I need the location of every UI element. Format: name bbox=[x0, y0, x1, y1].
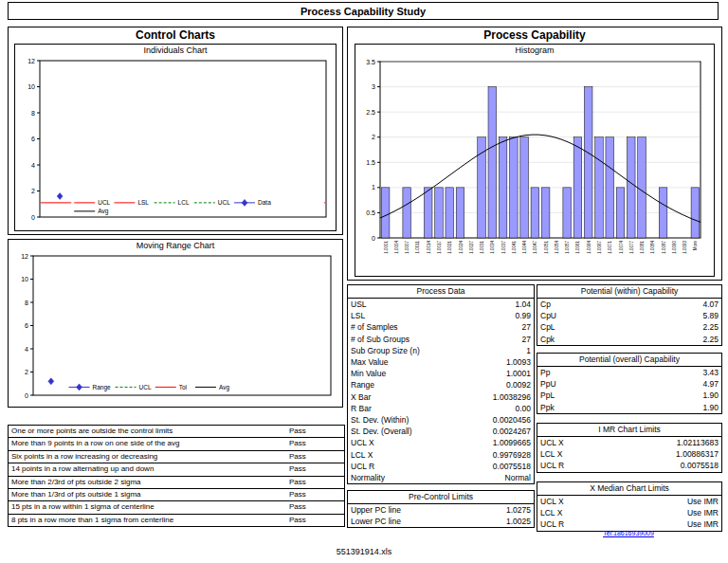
svg-text:0: 0 bbox=[372, 235, 375, 242]
cap-within-value: 2.25 bbox=[702, 321, 719, 333]
process-data-row: UCL X1.0099665 bbox=[348, 437, 534, 448]
svg-text:0.5: 0.5 bbox=[366, 209, 375, 216]
x-median-limits-label: LCL X bbox=[540, 507, 562, 518]
rule-row: Six points in a row increasing or decrea… bbox=[9, 451, 344, 463]
svg-text:UCL: UCL bbox=[139, 384, 152, 390]
cap-overall-row: PpU4.97 bbox=[537, 378, 721, 390]
cap-overall-value: 1.90 bbox=[702, 402, 719, 413]
rule-row: One or more points are outside the contr… bbox=[9, 426, 344, 438]
process-data-label: St. Dev. (Overall) bbox=[351, 426, 412, 437]
process-data-row: Max Value1.0093 bbox=[348, 356, 534, 368]
svg-text:1.0090: 1.0090 bbox=[672, 241, 677, 254]
process-data-label: UCL X bbox=[351, 437, 374, 448]
cap-overall-header: Potential (overall) Capability bbox=[537, 354, 721, 367]
svg-text:1.0037: 1.0037 bbox=[501, 241, 506, 254]
cap-overall-label: Pp bbox=[540, 367, 550, 378]
rule-text: More than 9 points in a row on one side … bbox=[9, 438, 285, 449]
process-data-row: NormalityNormal bbox=[348, 472, 534, 483]
cap-within-value: 5.89 bbox=[702, 310, 719, 321]
svg-text:LSL: LSL bbox=[137, 199, 149, 206]
individuals-chart: 024681012UCLLSLLCLUCLDataAvg bbox=[15, 56, 334, 223]
imr-limits-row: UCL R0.0075518 bbox=[537, 460, 721, 471]
cap-within-label: CpU bbox=[540, 310, 556, 321]
svg-text:8: 8 bbox=[25, 300, 28, 306]
svg-text:2: 2 bbox=[31, 188, 35, 194]
process-data-value: Normal bbox=[505, 472, 531, 483]
rule-row: 15 pts in a row within 1 sigma of center… bbox=[9, 501, 344, 514]
svg-text:Tol: Tol bbox=[179, 384, 188, 390]
rule-row: 8 pts in a row more than 1 sigma from ce… bbox=[9, 515, 344, 526]
process-data-value: 0.00 bbox=[515, 403, 531, 414]
svg-text:More: More bbox=[693, 241, 698, 251]
svg-text:1.0027: 1.0027 bbox=[469, 241, 474, 254]
rule-row: 14 points in a row alternating up and do… bbox=[9, 463, 344, 476]
process-data-label: St. Dev. (Within) bbox=[351, 414, 409, 426]
x-median-limits-label: UCL R bbox=[540, 518, 564, 530]
process-capability-header: Process Capability bbox=[348, 27, 721, 43]
imr-limits-value: 1.00886317 bbox=[676, 448, 719, 460]
control-charts-header: Control Charts bbox=[9, 27, 342, 43]
rule-text: More than 2/3rd of pts outside 2 sigma bbox=[9, 477, 285, 488]
svg-text:6: 6 bbox=[31, 136, 35, 142]
process-data-label: UCL R bbox=[351, 461, 374, 472]
svg-text:4: 4 bbox=[31, 162, 35, 169]
process-data-value: 1 bbox=[526, 345, 531, 356]
svg-text:Avg: Avg bbox=[98, 208, 108, 215]
svg-text:0: 0 bbox=[31, 214, 35, 221]
process-data-value: 0.0024267 bbox=[493, 426, 531, 437]
svg-text:1.0087: 1.0087 bbox=[662, 241, 666, 254]
process-data-row: Min Value1.0001 bbox=[348, 368, 534, 379]
svg-text:1.0093: 1.0093 bbox=[682, 241, 687, 254]
x-median-limits-row: UCL XUse IMR bbox=[537, 496, 721, 507]
rule-result: Pass bbox=[285, 477, 344, 488]
process-data-row: UCL R0.0075518 bbox=[348, 461, 534, 472]
imr-limits-row: LCL X1.00886317 bbox=[537, 448, 721, 460]
svg-text:1.0071: 1.0071 bbox=[608, 241, 612, 254]
x-median-limits-row: LCL XUse IMR bbox=[537, 507, 721, 518]
tel-link-container: Tel:18616939009 bbox=[537, 530, 720, 536]
svg-text:1.0047: 1.0047 bbox=[533, 241, 537, 254]
process-data-label: Sub Group Size (n) bbox=[351, 345, 420, 356]
cap-within-row: CpL2.25 bbox=[537, 321, 721, 333]
imr-chart-limits-table: I MR Chart LimitsUCL X1.02113683LCL X1.0… bbox=[537, 423, 722, 473]
process-data-label: Min Value bbox=[351, 368, 386, 379]
svg-text:2: 2 bbox=[372, 134, 375, 140]
cap-within-row: Cp4.07 bbox=[537, 299, 721, 310]
svg-text:4: 4 bbox=[25, 346, 28, 353]
rule-row: More than 1/3rd of pts outside 1 sigmaPa… bbox=[9, 489, 344, 501]
rule-result: Pass bbox=[285, 451, 344, 463]
process-data-row: St. Dev. (Within)0.0020456 bbox=[348, 414, 534, 426]
svg-text:1.0084: 1.0084 bbox=[650, 241, 655, 254]
rule-text: Six points in a row increasing or decrea… bbox=[9, 451, 285, 463]
svg-text:3: 3 bbox=[372, 83, 375, 90]
tel-hyperlink[interactable]: Tel:18616939009 bbox=[603, 530, 654, 536]
process-data-row: # of Samples27 bbox=[348, 321, 534, 333]
control-charts-group: Control Charts Individuals Chart 0246810… bbox=[8, 27, 343, 235]
process-data-label: Normality bbox=[351, 472, 385, 483]
cap-overall-label: PpU bbox=[540, 378, 556, 390]
pre-control-limits-table: Pre-Control LimitsUpper PC line1.0275Low… bbox=[347, 490, 535, 528]
process-capability-group: Process Capability Histogram 00.511.522.… bbox=[347, 27, 722, 281]
process-data-label: LCL X bbox=[351, 449, 373, 461]
cap-within-label: Cpk bbox=[540, 334, 555, 345]
process-data-value: 27 bbox=[522, 321, 531, 333]
process-data-row: LCL X0.9976928 bbox=[348, 449, 534, 461]
rule-row: More than 2/3rd of pts outside 2 sigmaPa… bbox=[9, 477, 344, 489]
cap-within-row: CpU5.89 bbox=[537, 310, 721, 321]
svg-text:6: 6 bbox=[25, 322, 28, 329]
histogram-chart: 00.511.522.533.51.00011.00041.00071.0011… bbox=[355, 56, 710, 272]
cap-overall-label: Ppk bbox=[540, 402, 555, 413]
process-data-row: USL1.04 bbox=[348, 299, 534, 310]
imr-limits-header: I MR Chart Limits bbox=[537, 424, 721, 437]
svg-text:1.0021: 1.0021 bbox=[447, 241, 452, 254]
process-data-label: USL bbox=[351, 299, 367, 310]
svg-text:10: 10 bbox=[27, 83, 35, 90]
cap-within-label: CpL bbox=[540, 321, 555, 333]
process-data-row: LSL0.99 bbox=[348, 310, 534, 321]
svg-text:Data: Data bbox=[258, 199, 271, 206]
cap-within-row: Cpk2.25 bbox=[537, 334, 721, 345]
rule-result: Pass bbox=[285, 501, 344, 513]
page-title: Process Capability Study bbox=[8, 2, 719, 20]
potential-overall-capability-table: Potential (overall) CapabilityPp3.43PpU4… bbox=[537, 353, 722, 414]
svg-text:1.0001: 1.0001 bbox=[384, 241, 389, 254]
